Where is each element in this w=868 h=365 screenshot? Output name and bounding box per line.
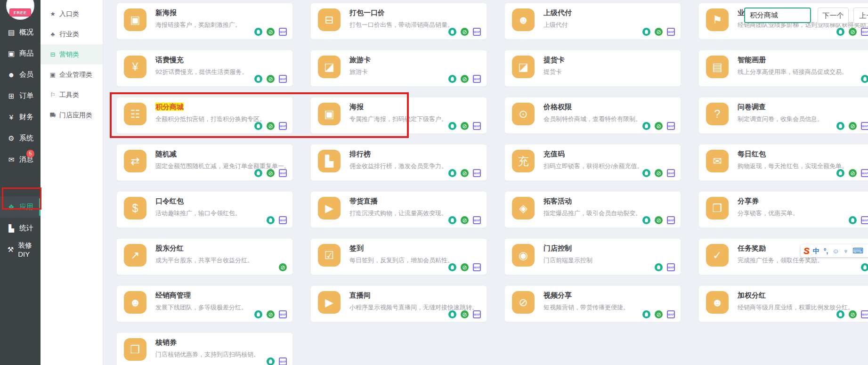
app-card-video-share[interactable]: ⊘ 视频分享 短视频营销，带货传播更便捷。 ⊘WAP [504,285,681,322]
sidebar-item-members[interactable]: ☻ 会员 [0,64,41,85]
app-card-weighted-dividend[interactable]: ☻ 加权分红 经销商等级月度业绩，权重比例发放分红。 ⊘WAP [698,285,868,322]
wap-platform-icon[interactable]: WAP [473,169,481,177]
h5-link-platform-icon[interactable]: ⊘ [655,28,663,36]
emoji-icon[interactable]: ☺ [832,248,839,254]
miniapp-platform-icon[interactable] [254,28,262,36]
sidebar-item-finance[interactable]: ¥ 财务 [0,106,41,128]
h5-link-platform-icon[interactable]: ⊘ [461,216,469,224]
h5-link-platform-icon[interactable]: ⊘ [279,263,287,271]
wap-platform-icon[interactable]: WAP [473,263,481,271]
miniapp-platform-icon[interactable] [448,216,456,224]
miniapp-platform-icon[interactable] [836,122,844,130]
h5-link-platform-icon[interactable]: ⊘ [267,169,275,177]
miniapp-platform-icon[interactable] [267,357,275,365]
app-card-live-commerce[interactable]: ▶ 带货直播 打造沉浸式购物，让流量高效变现。 ⊘WAP [310,191,487,228]
h5-link-platform-icon[interactable]: ⊘ [461,169,469,177]
wap-platform-icon[interactable]: WAP [667,169,675,177]
miniapp-platform-icon[interactable] [448,169,456,177]
wap-platform-icon[interactable]: WAP [861,28,868,36]
wap-platform-icon[interactable]: WAP [667,310,675,318]
miniapp-platform-icon[interactable] [254,310,262,318]
find-next-button[interactable]: 下一个 [818,8,849,24]
category-item-industry[interactable]: ♣ 行业类 [41,24,103,44]
category-item-store[interactable]: ⛟ 门店应用类 [41,105,103,125]
h5-link-platform-icon[interactable]: ⊘ [849,310,857,318]
miniapp-platform-icon[interactable] [254,122,262,130]
miniapp-platform-icon[interactable] [836,28,844,36]
h5-link-platform-icon[interactable]: ⊘ [461,75,469,83]
sidebar-item-goods[interactable]: ▣ 商品 [0,43,41,64]
h5-link-platform-icon[interactable]: ⊘ [267,28,275,36]
app-card-pickup-card[interactable]: ◪ 提货卡 提货卡 [504,50,681,87]
chinese-mode-icon[interactable]: 中 [813,248,819,254]
find-input[interactable] [744,8,811,23]
wap-platform-icon[interactable]: WAP [861,122,868,130]
wap-platform-icon[interactable]: WAP [667,122,675,130]
h5-link-platform-icon[interactable]: ⊘ [461,122,469,130]
h5-link-platform-icon[interactable]: ⊘ [267,75,275,83]
sidebar-item-apps[interactable]: ❖ 应用 [0,196,41,218]
h5-link-platform-icon[interactable]: ⊘ [849,122,857,130]
h5-link-platform-icon[interactable]: ⊘ [655,216,663,224]
app-card-points-mall[interactable]: ☷ 积分商城 全额积分抵扣营销，打造积分换购专区。 ⊘WAP [116,97,293,134]
app-card-survey[interactable]: ? 问卷调查 制定调查问卷，收集会员信息。 ⊘WAP [698,97,868,134]
miniapp-platform-icon[interactable] [642,216,650,224]
sidebar-item-overview[interactable]: ▤ 概况 [0,22,41,43]
wap-platform-icon[interactable]: WAP [473,216,481,224]
miniapp-platform-icon[interactable] [642,122,650,130]
app-card-share-coupon[interactable]: ❐ 分享券 分享锁客，优惠买单。 WAP [698,191,868,228]
miniapp-platform-icon[interactable] [836,310,844,318]
sidebar-item-message[interactable]: ✉ 消息5 [0,149,41,170]
miniapp-platform-icon[interactable] [861,75,868,83]
category-item-tools[interactable]: ⚐ 工具类 [41,85,103,105]
wap-platform-icon[interactable]: WAP [667,28,675,36]
miniapp-platform-icon[interactable] [448,122,456,130]
app-card-password-redpacket[interactable]: $ 口令红包 活动趣味推广，输口令领红包。 WAP [116,191,293,228]
wap-platform-icon[interactable]: WAP [473,28,481,36]
miniapp-platform-icon[interactable] [267,216,275,224]
miniapp-platform-icon[interactable] [861,263,868,271]
category-item-marketing[interactable]: ⊟ 营销类 [41,44,103,65]
wap-platform-icon[interactable]: WAP [279,216,287,224]
keyboard-icon[interactable]: ⌨ [852,247,863,255]
app-card-superior-pay[interactable]: ☻ 上级代付 上级代付 ⊘WAP [504,3,681,40]
app-card-customer-expansion[interactable]: ◈ 拓客活动 指定爆品推广，吸引会员自动裂变。 ⊘WAP [504,191,681,228]
find-prev-button[interactable]: 上一个 [853,8,868,24]
sidebar-item-stats[interactable]: ▙ 统计 [0,218,41,239]
app-card-random-discount[interactable]: ⇄ 随机减 固定金额范围随机立减，避免订单金额重复单一。 ⊘WAP [116,144,293,181]
wap-platform-icon[interactable]: WAP [279,75,287,83]
app-card-store-control[interactable]: ◉ 门店控制 门店前端显示控制 WAP [504,238,681,275]
app-card-poster[interactable]: ▣ 海报 专属推广海报，扫码锁定下级客户。 ⊘WAP [310,97,487,134]
miniapp-platform-icon[interactable] [448,28,456,36]
app-card-distributor[interactable]: ☻ 经销商管理 发展下线团队，多等级极差分红。 ⊘WAP [116,285,293,322]
app-card-smart-album[interactable]: ▤ 智能画册 线上分享高使用率，链接商品促成交易。 [698,50,868,87]
app-card-shareholder-dividend[interactable]: ↗ 股东分红 成为平台股东，共享平台收益分红。 ⊘ [116,238,293,275]
wap-platform-icon[interactable]: WAP [279,357,287,365]
h5-link-platform-icon[interactable]: ⊘ [655,169,663,177]
miniapp-platform-icon[interactable] [642,28,650,36]
wap-platform-icon[interactable]: WAP [279,169,287,177]
miniapp-platform-icon[interactable] [448,310,456,318]
h5-link-platform-icon[interactable]: ⊘ [655,310,663,318]
miniapp-platform-icon[interactable] [448,75,456,83]
sidebar-item-system[interactable]: ⚙ 系统 [0,128,41,149]
miniapp-platform-icon[interactable] [655,263,663,271]
app-card-verify-coupon[interactable]: ❐ 核销券 门店核销优惠券，支持到店扫码核销。 WAP [116,333,293,365]
miniapp-platform-icon[interactable] [642,169,650,177]
category-item-enterprise[interactable]: ▣ 企业管理类 [41,65,103,85]
app-card-new-poster[interactable]: ▣ 新海报 海报链接客户，奖励刺激推广。 ⊘WAP [116,3,293,40]
miniapp-platform-icon[interactable] [448,263,456,271]
h5-link-platform-icon[interactable]: ⊘ [267,122,275,130]
miniapp-platform-icon[interactable] [254,169,262,177]
miniapp-platform-icon[interactable] [836,169,844,177]
sidebar-item-orders[interactable]: ⊞ 订单 [0,85,41,106]
wap-platform-icon[interactable]: WAP [861,169,868,177]
wap-platform-icon[interactable]: WAP [861,216,868,224]
mic-icon[interactable]: ♆ [843,248,848,254]
wap-platform-icon[interactable]: WAP [473,122,481,130]
sidebar-item-diy[interactable]: ⚒ 装修DIY [0,239,41,260]
wap-platform-icon[interactable]: WAP [473,310,481,318]
app-card-live-room[interactable]: ▶ 直播间 小程序显示视频号直播间，无缝对接快速跳转。 ⊘WAP [310,285,487,322]
app-card-price-permission[interactable]: ⊙ 价格权限 会员制特价商城，查看特价有限制。 ⊘WAP [504,97,681,134]
wap-platform-icon[interactable]: WAP [667,216,675,224]
